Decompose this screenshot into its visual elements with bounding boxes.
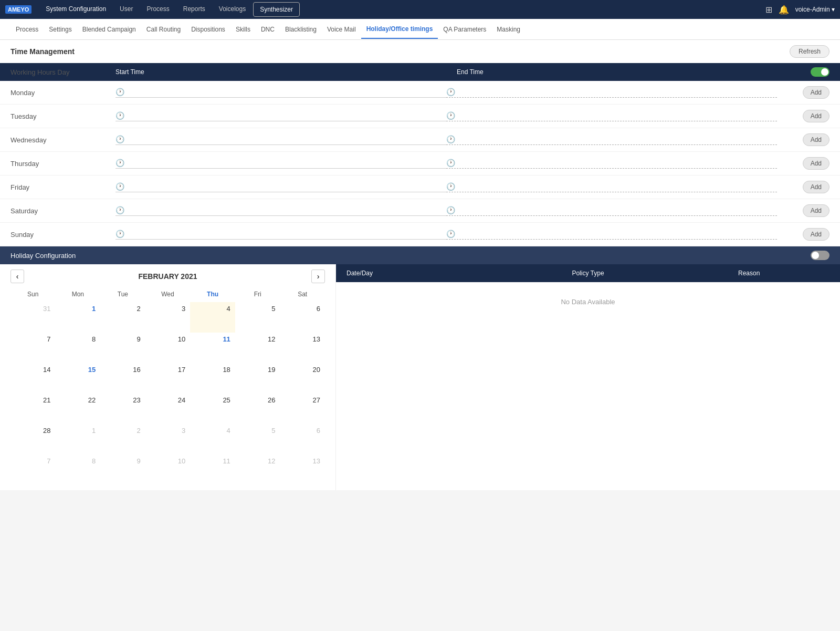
friday-start-input[interactable] bbox=[127, 183, 446, 190]
user-label[interactable]: voice-Admin ▾ bbox=[795, 6, 835, 13]
cal-day[interactable]: 12 bbox=[235, 454, 280, 485]
monday-start-input[interactable] bbox=[127, 88, 446, 96]
holiday-config-toggle[interactable] bbox=[811, 251, 830, 260]
bell-icon[interactable]: 🔔 bbox=[779, 5, 789, 15]
subnav-qa-parameters[interactable]: QA Parameters bbox=[438, 20, 491, 38]
cal-day[interactable]: 31 bbox=[10, 302, 56, 333]
cal-day[interactable]: 1 bbox=[56, 302, 101, 333]
friday-end-input[interactable] bbox=[457, 183, 777, 190]
cal-day[interactable]: 28 bbox=[10, 424, 56, 454]
cal-day[interactable]: 21 bbox=[10, 394, 56, 424]
calendar-next-button[interactable]: › bbox=[311, 270, 325, 283]
friday-start-input-wrapper[interactable]: 🕐 bbox=[116, 182, 446, 192]
cal-day[interactable]: 10 bbox=[145, 333, 191, 363]
subnav-call-routing[interactable]: Call Routing bbox=[141, 20, 186, 38]
nav-user[interactable]: User bbox=[113, 2, 139, 17]
cal-day[interactable]: 2 bbox=[100, 302, 145, 333]
wednesday-add-button[interactable]: Add bbox=[803, 133, 830, 146]
cal-day[interactable]: 19 bbox=[235, 363, 280, 394]
subnav-settings[interactable]: Settings bbox=[44, 20, 77, 38]
nav-synthesizer[interactable]: Synthesizer bbox=[253, 2, 300, 17]
cal-day[interactable]: 12 bbox=[235, 333, 280, 363]
wednesday-start-input[interactable] bbox=[127, 136, 446, 143]
cal-day[interactable]: 5 bbox=[235, 424, 280, 454]
saturday-end-input[interactable] bbox=[457, 206, 777, 214]
subnav-blacklisting[interactable]: Blacklisting bbox=[280, 20, 322, 38]
cal-day[interactable]: 6 bbox=[280, 302, 325, 333]
friday-end-input-wrapper[interactable]: 🕐 bbox=[446, 182, 777, 192]
cal-day[interactable]: 2 bbox=[100, 424, 145, 454]
thursday-start-input-wrapper[interactable]: 🕐 bbox=[116, 159, 446, 169]
cal-day[interactable]: 25 bbox=[190, 394, 235, 424]
subnav-dnc[interactable]: DNC bbox=[256, 20, 280, 38]
cal-day[interactable]: 10 bbox=[145, 454, 191, 485]
saturday-add-button[interactable]: Add bbox=[803, 204, 830, 217]
cal-day[interactable]: 17 bbox=[145, 363, 191, 394]
cal-day[interactable]: 14 bbox=[10, 363, 56, 394]
cal-day[interactable]: 9 bbox=[100, 454, 145, 485]
saturday-start-input[interactable] bbox=[127, 206, 446, 214]
cal-day[interactable]: 3 bbox=[145, 424, 191, 454]
monday-add-button[interactable]: Add bbox=[803, 86, 830, 99]
subnav-process[interactable]: Process bbox=[10, 20, 44, 38]
wednesday-start-input-wrapper[interactable]: 🕐 bbox=[116, 135, 446, 145]
cal-day[interactable]: 27 bbox=[280, 394, 325, 424]
tuesday-start-input-wrapper[interactable]: 🕐 bbox=[116, 111, 446, 121]
nav-voicelogs[interactable]: Voicelogs bbox=[213, 2, 252, 17]
wednesday-end-input-wrapper[interactable]: 🕐 bbox=[446, 135, 777, 145]
subnav-voicemail[interactable]: Voice Mail bbox=[322, 20, 361, 38]
cal-day[interactable]: 4 bbox=[190, 302, 235, 333]
tuesday-add-button[interactable]: Add bbox=[803, 110, 830, 122]
cal-day[interactable]: 23 bbox=[100, 394, 145, 424]
cal-day[interactable]: 9 bbox=[100, 333, 145, 363]
cal-day[interactable]: 20 bbox=[280, 363, 325, 394]
wednesday-end-input[interactable] bbox=[457, 136, 777, 143]
working-hours-toggle[interactable] bbox=[811, 67, 830, 77]
cal-day[interactable]: 6 bbox=[280, 424, 325, 454]
cal-day[interactable]: 3 bbox=[145, 302, 191, 333]
cal-day[interactable]: 8 bbox=[56, 333, 101, 363]
cal-day[interactable]: 26 bbox=[235, 394, 280, 424]
subnav-dispositions[interactable]: Dispositions bbox=[186, 20, 230, 38]
friday-add-button[interactable]: Add bbox=[803, 181, 830, 193]
sunday-end-input[interactable] bbox=[457, 230, 777, 237]
cal-day[interactable]: 13 bbox=[280, 333, 325, 363]
thursday-start-input[interactable] bbox=[127, 159, 446, 167]
monday-end-input[interactable] bbox=[457, 88, 777, 96]
cal-day[interactable]: 15 bbox=[56, 363, 101, 394]
sunday-start-input[interactable] bbox=[127, 230, 446, 237]
sunday-start-input-wrapper[interactable]: 🕐 bbox=[116, 230, 446, 240]
tuesday-end-input[interactable] bbox=[457, 112, 777, 119]
thursday-end-input-wrapper[interactable]: 🕐 bbox=[446, 159, 777, 169]
subnav-masking[interactable]: Masking bbox=[491, 20, 526, 38]
thursday-add-button[interactable]: Add bbox=[803, 157, 830, 170]
cal-day[interactable]: 7 bbox=[10, 454, 56, 485]
monday-end-input-wrapper[interactable]: 🕐 bbox=[446, 88, 777, 98]
tuesday-start-input[interactable] bbox=[127, 112, 446, 119]
subnav-holiday-timings[interactable]: Holiday/Office timings bbox=[361, 20, 438, 39]
cal-day[interactable]: 11 bbox=[190, 454, 235, 485]
cal-day[interactable]: 16 bbox=[100, 363, 145, 394]
cal-day[interactable]: 7 bbox=[10, 333, 56, 363]
refresh-button[interactable]: Refresh bbox=[790, 45, 830, 58]
saturday-start-input-wrapper[interactable]: 🕐 bbox=[116, 206, 446, 216]
tuesday-end-input-wrapper[interactable]: 🕐 bbox=[446, 111, 777, 121]
cal-day[interactable]: 11 bbox=[190, 333, 235, 363]
cal-day[interactable]: 13 bbox=[280, 454, 325, 485]
sunday-add-button[interactable]: Add bbox=[803, 228, 830, 241]
thursday-end-input[interactable] bbox=[457, 159, 777, 167]
subnav-skills[interactable]: Skills bbox=[230, 20, 256, 38]
cal-day[interactable]: 24 bbox=[145, 394, 191, 424]
nav-reports[interactable]: Reports bbox=[177, 2, 212, 17]
cal-day[interactable]: 22 bbox=[56, 394, 101, 424]
nav-process[interactable]: Process bbox=[140, 2, 175, 17]
subnav-blended-campaign[interactable]: Blended Campaign bbox=[77, 20, 141, 38]
grid-icon[interactable]: ⊞ bbox=[765, 5, 772, 15]
cal-day[interactable]: 4 bbox=[190, 424, 235, 454]
cal-day[interactable]: 18 bbox=[190, 363, 235, 394]
monday-start-input-wrapper[interactable]: 🕐 bbox=[116, 88, 446, 98]
cal-day[interactable]: 1 bbox=[56, 424, 101, 454]
saturday-end-input-wrapper[interactable]: 🕐 bbox=[446, 206, 777, 216]
cal-day[interactable]: 8 bbox=[56, 454, 101, 485]
calendar-prev-button[interactable]: ‹ bbox=[10, 270, 24, 283]
